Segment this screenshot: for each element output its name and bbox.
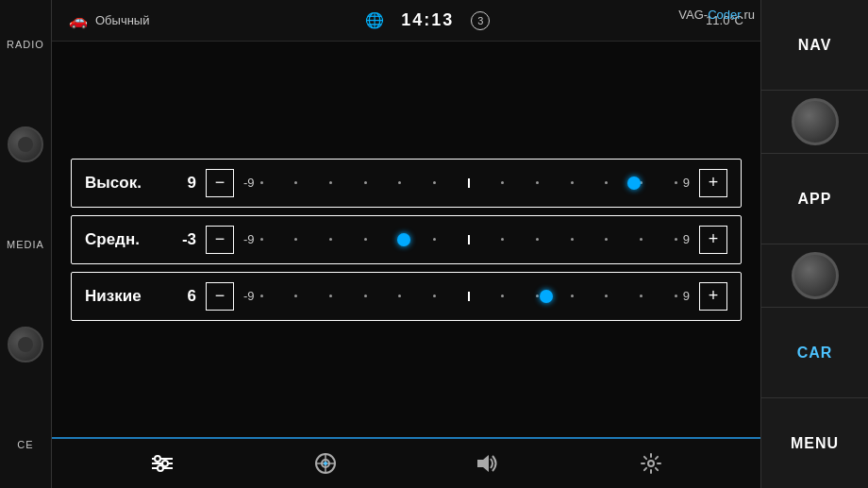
slider-track-mid[interactable]: -9 9	[243, 230, 690, 249]
mid-dots	[260, 230, 677, 249]
bass-plus-button[interactable]: +	[699, 282, 727, 311]
mid-thumb[interactable]	[397, 233, 410, 246]
treble-dots	[260, 174, 677, 193]
bottom-toolbar	[52, 437, 760, 488]
right-knob-2[interactable]	[792, 252, 839, 299]
settings-icon[interactable]	[640, 452, 662, 475]
slider-label-mid: Средн.	[85, 230, 160, 249]
sidebar-btn-app[interactable]: APP	[761, 154, 868, 244]
treble-minus-button[interactable]: −	[206, 169, 234, 197]
bass-dots	[260, 287, 677, 306]
treble-min-label: -9	[243, 176, 255, 190]
svg-point-10	[324, 462, 327, 465]
sidebar-btn-menu[interactable]: MENU	[761, 398, 868, 488]
bass-minus-button[interactable]: −	[206, 282, 234, 311]
mode-label: Обычный	[95, 13, 149, 27]
slider-value-mid: -3	[170, 230, 196, 249]
mid-max-label: 9	[683, 232, 690, 246]
sidebar-btn-car[interactable]: CAR	[761, 308, 868, 398]
globe-icon: 🌐	[365, 11, 384, 29]
svg-marker-11	[477, 455, 489, 472]
slider-row-treble: Высок. 9 − -9 9 +	[71, 159, 742, 208]
sound-icon[interactable]	[476, 453, 500, 474]
car-mode-icon: 🚗	[69, 11, 88, 29]
mid-minus-button[interactable]: −	[206, 226, 234, 254]
left-btn-media[interactable]: MEDIA	[7, 239, 44, 250]
watermark-brand: Coder	[708, 8, 741, 22]
svg-point-12	[648, 461, 654, 466]
left-knob-bottom[interactable]	[8, 327, 43, 362]
bass-min-label: -9	[243, 289, 255, 303]
sliders-area: Высок. 9 − -9 9 + Средн. -3 −	[52, 42, 760, 437]
treble-thumb[interactable]	[627, 177, 641, 190]
channel-number: 3	[471, 11, 490, 30]
svg-point-5	[158, 465, 163, 471]
svg-point-3	[155, 456, 160, 462]
slider-label-treble: Высок.	[85, 174, 160, 193]
watermark: VAG-Coder.ru	[678, 8, 755, 22]
right-knob[interactable]	[792, 98, 839, 145]
left-btn-radio[interactable]: RADIO	[7, 39, 44, 50]
slider-row-mid: Средн. -3 − -9 9 +	[71, 215, 742, 264]
bass-max-label: 9	[683, 289, 690, 303]
slider-track-bass[interactable]: -9 9	[243, 287, 690, 306]
slider-value-treble: 9	[170, 174, 196, 193]
sidebar-btn-nav[interactable]: NAV	[761, 0, 868, 91]
treble-plus-button[interactable]: +	[699, 169, 727, 197]
balance-icon[interactable]	[314, 452, 337, 475]
slider-label-bass: Низкие	[85, 287, 160, 306]
header-bar: 🚗 Обычный 🌐 14:13 3 11.0°C	[52, 0, 760, 42]
slider-value-bass: 6	[170, 287, 196, 306]
mid-min-label: -9	[243, 232, 255, 246]
slider-row-bass: Низкие 6 − -9 9 +	[71, 272, 742, 321]
svg-point-4	[162, 461, 168, 466]
bass-thumb[interactable]	[540, 290, 553, 303]
left-knob-top[interactable]	[8, 126, 43, 162]
slider-track-treble[interactable]: -9 9	[243, 174, 690, 193]
mid-plus-button[interactable]: +	[699, 226, 727, 254]
main-screen: 🚗 Обычный 🌐 14:13 3 11.0°C Высок. 9 − -9	[52, 0, 760, 488]
header-left: 🚗 Обычный	[69, 11, 149, 29]
right-sidebar: NAV APP CAR MENU	[760, 0, 868, 488]
left-sidebar: RADIO MEDIA CE	[0, 0, 52, 488]
treble-max-label: 9	[683, 176, 690, 190]
equalizer-icon[interactable]	[150, 454, 175, 473]
left-btn-ce[interactable]: CE	[17, 439, 33, 450]
clock: 14:13	[401, 10, 454, 30]
